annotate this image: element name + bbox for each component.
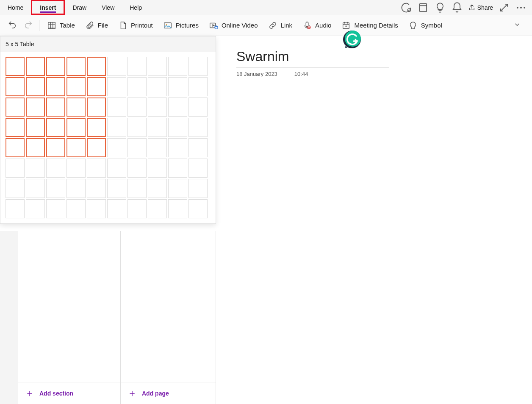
- table-picker-cell[interactable]: [46, 98, 65, 117]
- table-picker-cell[interactable]: [107, 159, 126, 178]
- table-picker-cell[interactable]: [188, 77, 208, 96]
- table-picker-cell[interactable]: [107, 138, 126, 157]
- collapsed-nav-gutter[interactable]: [0, 231, 18, 404]
- table-picker-cell[interactable]: [46, 77, 65, 96]
- table-picker-cell[interactable]: [6, 179, 25, 198]
- ribbon-file-button[interactable]: File: [80, 15, 113, 36]
- menu-tab-insert[interactable]: Insert: [31, 0, 65, 15]
- ribbon-printout-button[interactable]: Printout: [113, 15, 158, 36]
- table-picker-cell[interactable]: [66, 98, 86, 117]
- grammarly-badge-icon[interactable]: [343, 30, 363, 49]
- table-picker-cell[interactable]: [168, 98, 187, 117]
- table-picker-cell[interactable]: [127, 57, 147, 76]
- table-picker-cell[interactable]: [87, 179, 106, 198]
- table-picker-cell[interactable]: [148, 77, 167, 96]
- menu-tab-help[interactable]: Help: [122, 0, 150, 15]
- table-picker-cell[interactable]: [127, 77, 147, 96]
- ribbon-audio-button[interactable]: Audio: [297, 15, 336, 36]
- page-list[interactable]: [121, 231, 216, 382]
- table-picker-cell[interactable]: [168, 159, 187, 178]
- ribbon-pictures-button[interactable]: Pictures: [158, 15, 204, 36]
- table-picker-cell[interactable]: [107, 57, 126, 76]
- table-picker-cell[interactable]: [107, 77, 126, 96]
- feed-icon[interactable]: [417, 2, 429, 14]
- table-picker-cell[interactable]: [87, 159, 106, 178]
- table-picker-cell[interactable]: [168, 179, 187, 198]
- table-picker-cell[interactable]: [26, 118, 45, 137]
- table-picker-cell[interactable]: [6, 118, 25, 137]
- table-picker-cell[interactable]: [87, 98, 106, 117]
- table-picker-cell[interactable]: [107, 98, 126, 117]
- table-picker-cell[interactable]: [148, 159, 167, 178]
- table-picker-cell[interactable]: [6, 138, 25, 157]
- table-picker-cell[interactable]: [87, 138, 106, 157]
- table-picker-cell[interactable]: [46, 57, 65, 76]
- table-picker-cell[interactable]: [107, 118, 126, 137]
- table-picker-cell[interactable]: [46, 199, 65, 218]
- table-picker-cell[interactable]: [188, 118, 208, 137]
- undo-button[interactable]: [4, 20, 20, 31]
- table-picker-cell[interactable]: [127, 179, 147, 198]
- table-picker-cell[interactable]: [127, 118, 147, 137]
- table-picker-cell[interactable]: [26, 179, 45, 198]
- table-picker-cell[interactable]: [188, 159, 208, 178]
- table-picker-cell[interactable]: [188, 199, 208, 218]
- table-picker-cell[interactable]: [168, 118, 187, 137]
- page-canvas[interactable]: Swarnim 18 January 2023 10:44: [216, 36, 532, 404]
- table-picker-cell[interactable]: [26, 77, 45, 96]
- table-picker-grid[interactable]: [0, 52, 216, 223]
- table-picker-cell[interactable]: [87, 199, 106, 218]
- ribbon-collapse-chevron[interactable]: [507, 21, 528, 30]
- table-picker-cell[interactable]: [66, 57, 86, 76]
- table-picker-cell[interactable]: [26, 159, 45, 178]
- table-picker-cell[interactable]: [127, 199, 147, 218]
- table-picker-cell[interactable]: [188, 98, 208, 117]
- menu-tab-draw[interactable]: Draw: [65, 0, 94, 15]
- menu-tab-home[interactable]: Home: [0, 0, 31, 15]
- table-picker-cell[interactable]: [66, 138, 86, 157]
- table-picker-cell[interactable]: [87, 118, 106, 137]
- table-picker-cell[interactable]: [127, 138, 147, 157]
- table-picker-cell[interactable]: [66, 159, 86, 178]
- table-picker-cell[interactable]: [26, 57, 45, 76]
- table-picker-cell[interactable]: [46, 159, 65, 178]
- table-picker-cell[interactable]: [168, 138, 187, 157]
- table-picker-cell[interactable]: [6, 159, 25, 178]
- table-picker-cell[interactable]: [66, 77, 86, 96]
- table-picker-cell[interactable]: [6, 57, 25, 76]
- page-title[interactable]: Swarnim: [236, 49, 512, 66]
- table-picker-cell[interactable]: [6, 199, 25, 218]
- fullscreen-icon[interactable]: [498, 2, 510, 14]
- share-button[interactable]: Share: [468, 4, 493, 11]
- table-picker-cell[interactable]: [87, 57, 106, 76]
- table-picker-cell[interactable]: [188, 138, 208, 157]
- table-picker-cell[interactable]: [26, 199, 45, 218]
- add-page-button[interactable]: ＋ Add page: [121, 382, 216, 404]
- page-time[interactable]: 10:44: [294, 71, 308, 77]
- table-picker-cell[interactable]: [168, 57, 187, 76]
- table-picker-cell[interactable]: [148, 199, 167, 218]
- table-picker-cell[interactable]: [46, 179, 65, 198]
- table-picker-cell[interactable]: [6, 77, 25, 96]
- table-picker-cell[interactable]: [168, 77, 187, 96]
- notification-bell-icon[interactable]: [451, 2, 463, 14]
- table-picker-cell[interactable]: [188, 57, 208, 76]
- ribbon-symbol-button[interactable]: Symbol: [403, 15, 447, 36]
- lightbulb-icon[interactable]: [434, 2, 446, 14]
- table-picker-cell[interactable]: [127, 159, 147, 178]
- table-picker-cell[interactable]: [107, 179, 126, 198]
- table-picker-cell[interactable]: [6, 98, 25, 117]
- ribbon-link-button[interactable]: Link: [263, 15, 298, 36]
- section-list[interactable]: [18, 231, 120, 382]
- add-section-button[interactable]: ＋ Add section: [18, 382, 120, 404]
- ribbon-table-button[interactable]: Table: [42, 15, 80, 36]
- ribbon-online-video-button[interactable]: Online Video: [204, 15, 263, 36]
- table-picker-cell[interactable]: [46, 118, 65, 137]
- table-picker-cell[interactable]: [148, 118, 167, 137]
- table-picker-cell[interactable]: [168, 199, 187, 218]
- table-picker-cell[interactable]: [26, 98, 45, 117]
- more-options-icon[interactable]: [515, 2, 527, 14]
- table-picker-cell[interactable]: [148, 98, 167, 117]
- menu-tab-view[interactable]: View: [94, 0, 122, 15]
- table-picker-cell[interactable]: [148, 57, 167, 76]
